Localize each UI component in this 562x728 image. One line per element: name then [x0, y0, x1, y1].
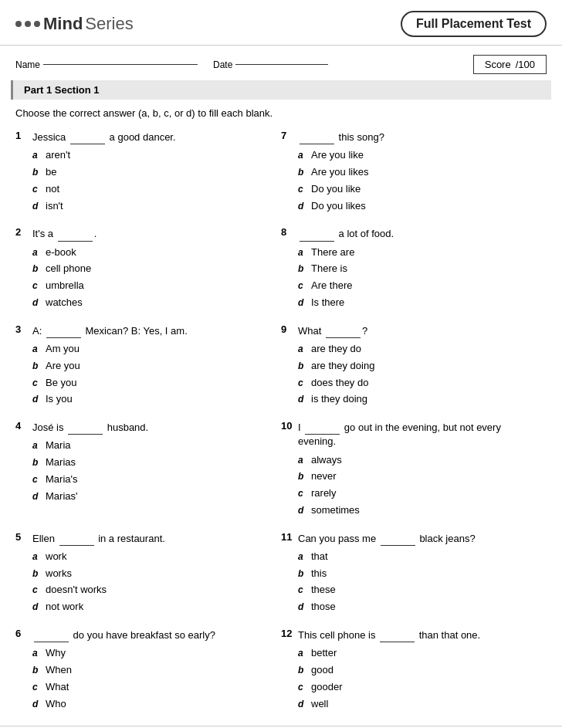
- option-item: cnot: [32, 181, 273, 198]
- option-text: rarely: [311, 486, 337, 502]
- option-item: bcell phone: [32, 261, 273, 277]
- option-letter: d: [32, 697, 42, 712]
- option-item: dsometimes: [298, 503, 539, 519]
- option-letter: b: [298, 359, 307, 374]
- option-letter: a: [32, 245, 42, 260]
- options-list: aAre you likebAre you likescDo you liked…: [298, 147, 539, 214]
- option-text: Is there: [311, 295, 344, 311]
- option-letter: b: [32, 262, 42, 276]
- question-block: 8 a lot of food.aThere arebThere iscAre …: [281, 220, 547, 317]
- option-letter: b: [298, 567, 307, 581]
- option-text: these: [311, 582, 336, 598]
- blank-underline: [34, 628, 69, 642]
- option-letter: c: [298, 182, 307, 197]
- option-text: Why: [46, 645, 66, 662]
- question-text: Jessica a good dancer.: [32, 130, 176, 144]
- option-item: awork: [32, 549, 273, 565]
- blank-underline: [300, 226, 334, 241]
- option-letter: c: [32, 583, 42, 598]
- option-item: crarely: [298, 486, 539, 502]
- section-header: Part 1 Section 1: [11, 80, 551, 100]
- option-item: dnot work: [32, 599, 273, 615]
- option-text: Marias: [46, 455, 76, 471]
- section-label: Part 1 Section 1: [24, 84, 100, 96]
- option-text: Are you like: [311, 147, 364, 164]
- question-header: 11Can you pass me black jeans?: [281, 531, 539, 546]
- option-text: not: [46, 181, 59, 198]
- option-item: cWhat: [32, 679, 273, 696]
- option-letter: a: [32, 646, 42, 661]
- option-letter: b: [298, 262, 307, 276]
- option-letter: c: [298, 680, 307, 695]
- option-item: bworks: [32, 566, 273, 582]
- option-item: aWhy: [32, 645, 273, 662]
- option-item: cdoesn't works: [32, 582, 273, 598]
- option-text: What: [46, 679, 69, 696]
- option-text: e-book: [46, 245, 76, 261]
- option-item: dthose: [298, 599, 539, 615]
- option-letter: c: [32, 680, 42, 695]
- option-text: watches: [46, 295, 83, 311]
- option-item: bbe: [32, 164, 273, 181]
- question-text: Can you pass me black jeans?: [298, 531, 476, 546]
- logo-dots: [15, 21, 40, 27]
- option-letter: c: [298, 583, 307, 598]
- option-text: Do you likes: [311, 198, 366, 215]
- questions-grid: 1Jessica a good dancer.aaren'tbbecnotdis…: [0, 124, 562, 718]
- blank-underline: [305, 420, 340, 435]
- option-letter: d: [32, 199, 42, 214]
- option-text: work: [46, 549, 66, 565]
- question-block: 4José is husband.aMariabMariascMaria'sdM…: [15, 414, 281, 525]
- option-letter: b: [298, 663, 307, 678]
- option-text: never: [311, 469, 337, 485]
- option-letter: b: [32, 663, 42, 678]
- question-number: 5: [15, 531, 28, 543]
- info-row: Name Date Score /100: [0, 46, 562, 80]
- option-letter: c: [32, 376, 42, 391]
- option-text: well: [311, 696, 328, 713]
- option-text: always: [311, 452, 342, 469]
- question-text: do you have breakfast so early?: [32, 628, 215, 642]
- options-list: aare they dobare they doingcdoes they do…: [298, 341, 539, 408]
- question-text: It's a .: [32, 226, 96, 241]
- question-header: 1Jessica a good dancer.: [15, 130, 273, 144]
- option-letter: d: [32, 600, 42, 615]
- option-letter: a: [298, 245, 307, 260]
- option-letter: b: [298, 165, 307, 180]
- question-header: 3A: Mexican? B: Yes, I am.: [15, 323, 273, 338]
- blank-underline: [58, 226, 93, 241]
- option-letter: a: [32, 438, 42, 453]
- option-text: aren't: [46, 147, 70, 164]
- score-box: Score /100: [473, 55, 547, 74]
- question-number: 8: [281, 226, 293, 238]
- option-item: dWho: [32, 696, 273, 713]
- option-letter: d: [298, 503, 307, 518]
- option-letter: c: [298, 279, 307, 293]
- option-item: aAm you: [32, 341, 273, 357]
- option-letter: c: [32, 472, 42, 487]
- question-text: I go out in the evening, but not every e…: [298, 420, 539, 449]
- option-text: Who: [46, 696, 66, 713]
- option-text: not work: [46, 599, 83, 615]
- option-item: cgooder: [298, 679, 539, 696]
- option-text: gooder: [311, 679, 342, 696]
- option-text: Are there: [311, 278, 352, 294]
- option-item: dMarias': [32, 489, 273, 505]
- question-header: 5Ellen in a restaurant.: [15, 531, 273, 546]
- question-block: 12This cell phone is than that one.abett…: [281, 621, 547, 718]
- option-item: aalways: [298, 452, 539, 469]
- option-letter: a: [298, 453, 307, 468]
- page-title: Full Placement Test: [401, 11, 547, 37]
- option-item: dwatches: [32, 295, 273, 311]
- name-label: Name: [15, 59, 40, 70]
- option-item: cAre there: [298, 278, 539, 294]
- option-text: Are you likes: [311, 164, 368, 181]
- option-item: aMaria: [32, 438, 273, 454]
- option-text: Be you: [46, 375, 76, 391]
- option-letter: c: [298, 486, 307, 501]
- option-text: this: [311, 566, 327, 582]
- question-header: 2It's a .: [15, 226, 273, 241]
- option-letter: b: [32, 455, 42, 470]
- question-header: 4José is husband.: [15, 420, 273, 435]
- option-item: aThere are: [298, 245, 539, 261]
